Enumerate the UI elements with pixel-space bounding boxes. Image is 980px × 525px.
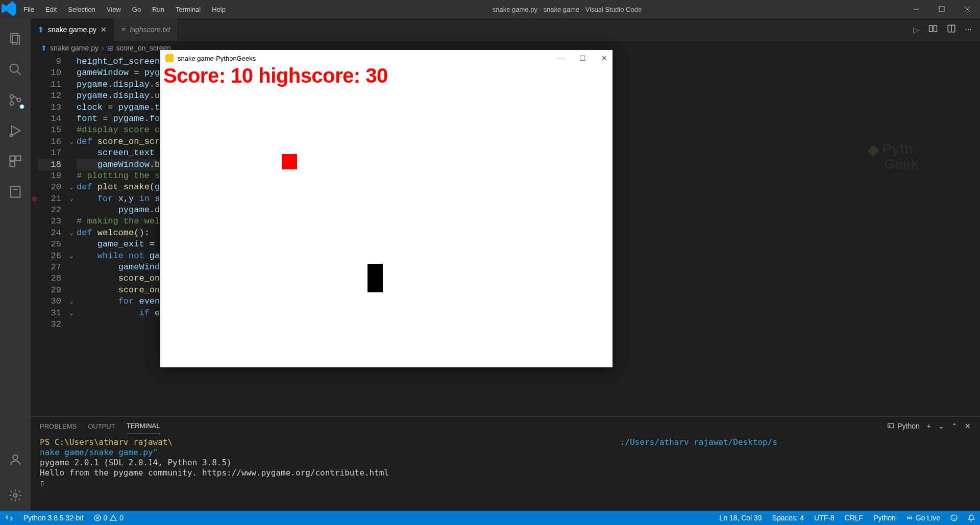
snake-food (282, 154, 297, 169)
pygame-window-title: snake game-PythonGeeks (178, 55, 256, 62)
menu-bar: File Edit Selection View Go Run Terminal… (18, 3, 231, 16)
menu-edit[interactable]: Edit (40, 3, 62, 16)
menu-help[interactable]: Help (207, 3, 231, 16)
menu-terminal[interactable]: Terminal (170, 3, 206, 16)
split-editor-icon[interactable] (947, 24, 956, 35)
maximize-button[interactable] (929, 0, 954, 18)
status-bar: Python 3.8.5 32-bit 0 0 Ln 18, Col 39 Sp… (0, 511, 980, 525)
remote-icon[interactable] (0, 514, 18, 522)
svg-point-8 (10, 95, 14, 98)
svg-rect-15 (16, 156, 20, 161)
python-file-icon: ⬆ (38, 26, 44, 34)
extensions-icon[interactable] (0, 146, 31, 177)
text-file-icon: ≡ (121, 26, 126, 34)
svg-point-29 (909, 517, 911, 519)
status-notifications-icon[interactable] (963, 514, 980, 522)
menu-view[interactable]: View (102, 3, 126, 16)
compare-icon[interactable] (928, 24, 938, 35)
snake-body (368, 264, 383, 292)
status-encoding[interactable]: UTF-8 (809, 514, 840, 522)
tab-label: highscore.txt (130, 26, 170, 34)
maximize-terminal-icon[interactable]: ⌃ (951, 422, 958, 430)
watermark-logo: ◆Pyth Geek (868, 142, 919, 171)
status-eol[interactable]: CRLF (840, 514, 869, 522)
status-language-mode[interactable]: Python (868, 514, 901, 522)
pygame-close-button[interactable]: ✕ (601, 54, 607, 62)
terminal-tabs: PROBLEMS OUTPUT TERMINAL Python + ⌄ ⌃ ✕ (31, 417, 980, 435)
terminal-dropdown-icon[interactable]: ⌄ (938, 422, 944, 430)
explorer-icon[interactable] (0, 23, 31, 54)
pygame-minimize-button[interactable]: — (557, 54, 564, 62)
status-feedback-icon[interactable] (945, 514, 963, 522)
accounts-icon[interactable] (0, 444, 31, 475)
settings-gear-icon[interactable] (0, 480, 31, 511)
terminal-actions: Python + ⌄ ⌃ ✕ (887, 422, 980, 430)
tab-label: snake game.py (48, 26, 96, 34)
new-terminal-icon[interactable]: + (927, 422, 931, 430)
svg-rect-22 (934, 26, 937, 32)
svg-point-6 (10, 64, 18, 72)
run-debug-icon[interactable] (0, 115, 31, 146)
tab-highscore-txt[interactable]: ≡ highscore.txt (114, 18, 178, 41)
menu-go[interactable]: Go (127, 3, 146, 16)
pygame-score-text: Score: 10 highscore: 30 (163, 64, 388, 87)
svg-point-20 (14, 494, 17, 497)
close-button[interactable] (954, 0, 980, 18)
menu-run[interactable]: Run (147, 3, 169, 16)
vscode-logo-icon (0, 0, 18, 18)
svg-point-11 (20, 105, 24, 109)
minimap[interactable] (921, 55, 972, 416)
status-python-interpreter[interactable]: Python 3.8.5 32-bit (18, 514, 89, 522)
pygame-app-icon (165, 54, 174, 62)
source-control-icon[interactable] (0, 85, 31, 115)
menu-selection[interactable]: Selection (63, 3, 100, 16)
svg-point-9 (10, 102, 14, 106)
svg-point-30 (951, 515, 957, 521)
svg-marker-12 (12, 126, 20, 136)
terminal-tab-problems[interactable]: PROBLEMS (40, 418, 77, 434)
editor-tabs: ⬆ snake game.py ✕ ≡ highscore.txt ▷ ··· (31, 18, 980, 41)
close-terminal-icon[interactable]: ✕ (965, 422, 971, 430)
pygame-canvas: Score: 10 highscore: 30 (160, 66, 612, 367)
line-number-gutter: 9101112131415161718192021222324252627282… (38, 55, 66, 416)
svg-rect-17 (11, 187, 20, 197)
todo-icon[interactable] (0, 177, 31, 207)
svg-rect-21 (929, 26, 932, 32)
close-tab-icon[interactable]: ✕ (101, 26, 107, 34)
svg-point-13 (10, 134, 13, 137)
minimize-button[interactable] (903, 0, 929, 18)
svg-point-19 (13, 455, 17, 460)
status-right: Ln 18, Col 39 Spaces: 4 UTF-8 CRLF Pytho… (714, 514, 980, 522)
breadcrumb-file: snake game.py (50, 44, 99, 52)
pygame-window[interactable]: snake game-PythonGeeks — ☐ ✕ Score: 10 h… (160, 50, 612, 367)
terminal-output[interactable]: PS C:\Users\atharv rajawat\ :/Users/atha… (31, 435, 980, 511)
titlebar: File Edit Selection View Go Run Terminal… (0, 0, 980, 18)
tab-snake-game-py[interactable]: ⬆ snake game.py ✕ (31, 18, 114, 41)
status-cursor-position[interactable]: Ln 18, Col 39 (714, 514, 767, 522)
window-title: snake game.py - snake game - Visual Stud… (231, 6, 903, 13)
status-go-live[interactable]: Go Live (901, 514, 945, 522)
run-icon[interactable]: ▷ (913, 25, 919, 35)
breakpoint-gutter[interactable] (31, 55, 38, 416)
activity-bar (0, 18, 31, 511)
terminal-profile-dropdown[interactable]: Python (887, 422, 920, 430)
svg-rect-25 (888, 423, 894, 428)
pygame-maximize-button[interactable]: ☐ (579, 54, 586, 62)
menu-file[interactable]: File (18, 3, 39, 16)
chevron-right-icon: › (102, 44, 104, 52)
fold-gutter[interactable]: ⌄⌄⌄⌄⌄⌄⌄ (66, 55, 77, 416)
svg-rect-16 (10, 162, 15, 166)
status-problems[interactable]: 0 0 (89, 514, 129, 522)
symbol-method-icon: ⊞ (107, 44, 113, 52)
svg-rect-1 (939, 7, 944, 12)
window-controls (903, 0, 980, 18)
python-file-icon: ⬆ (41, 44, 47, 52)
scm-badge-icon (18, 103, 26, 110)
search-icon[interactable] (0, 54, 31, 85)
more-actions-icon[interactable]: ··· (965, 25, 972, 34)
pygame-window-controls: — ☐ ✕ (557, 54, 607, 62)
terminal-tab-terminal[interactable]: TERMINAL (127, 418, 160, 434)
status-indentation[interactable]: Spaces: 4 (767, 514, 809, 522)
svg-line-7 (17, 71, 21, 75)
terminal-tab-output[interactable]: OUTPUT (88, 418, 115, 434)
